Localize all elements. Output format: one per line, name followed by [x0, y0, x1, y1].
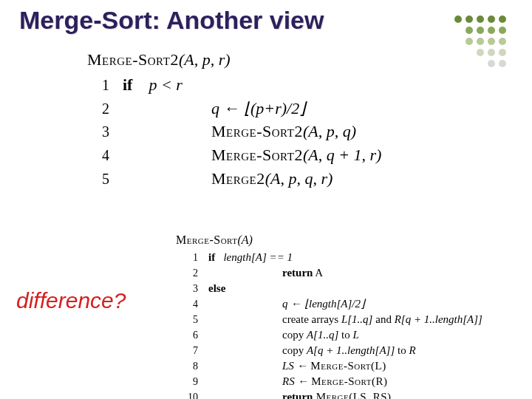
svg-point-6 [477, 27, 484, 34]
condition: p < r [149, 75, 182, 94]
assignment: q ← ⌊(p+r)/2⌋ [211, 99, 306, 117]
line-number: 4 [176, 297, 208, 312]
call-func: Merge-Sort2 [211, 146, 303, 164]
line-number: 2 [176, 266, 208, 281]
svg-point-7 [488, 27, 495, 34]
copy-src: A[1..q] [307, 329, 341, 341]
corner-dots-decoration [406, 12, 517, 86]
assign-left: q ← ⌊ [282, 298, 309, 310]
svg-point-5 [466, 27, 473, 34]
line-number: 2 [87, 99, 123, 119]
text-and: and [375, 313, 394, 325]
line-number: 8 [176, 359, 208, 374]
call-func: Merge-Sort(R) [311, 375, 387, 387]
line-number: 1 [87, 75, 123, 95]
algorithm-block-top: Merge-Sort2(A, p, r) 1 if p < r 2 q ← ⌊(… [87, 50, 381, 191]
array-R-post: [A]] [463, 313, 482, 325]
algo-top-header: Merge-Sort2(A, p, r) [87, 50, 381, 69]
algo-top-line-3: 3 Merge-Sort2(A, p, q) [87, 120, 381, 143]
copy-dst: R [409, 344, 415, 356]
svg-point-0 [454, 16, 462, 23]
line-number: 10 [176, 390, 208, 399]
algo-bottom-line-5: 5 create arrays L[1..q] and R[q + 1..len… [176, 312, 482, 327]
svg-point-14 [488, 49, 495, 56]
algo-bottom-line-3: 3 else [176, 281, 482, 296]
algo-bottom-header: Merge-Sort(A) [176, 233, 482, 247]
assign-right: [A]/2⌋ [337, 298, 366, 310]
call-func: Merge-Sort(L) [310, 360, 386, 372]
cond-rest: [A] == 1 [251, 251, 293, 263]
array-L: L[1..q] [341, 313, 375, 325]
line-number: 7 [176, 344, 208, 358]
func-args: (A) [238, 233, 253, 246]
difference-label: difference? [16, 288, 126, 313]
call-func: Merge-Sort2 [211, 122, 303, 140]
svg-point-3 [488, 16, 495, 23]
slide-title: Merge-Sort: Another view [19, 6, 324, 35]
line-number: 5 [176, 313, 208, 327]
call-args: (A, q + 1, r) [303, 146, 382, 164]
svg-point-1 [466, 16, 473, 23]
cond-length: length [223, 251, 251, 263]
func-name: Merge-Sort [176, 233, 238, 246]
text-copy: copy [282, 344, 307, 356]
text-copy: copy [282, 329, 307, 341]
svg-point-8 [499, 27, 506, 34]
algo-bottom-line-4: 4 q ← ⌊length[A]/2⌋ [176, 296, 482, 312]
return-val: A [313, 267, 323, 279]
copy-dst: L [352, 329, 358, 341]
func-name: Merge-Sort2 [87, 50, 179, 69]
algo-bottom-line-6: 6 copy A[1..q] to L [176, 327, 482, 343]
svg-point-10 [477, 38, 484, 45]
algo-bottom-line-10: 10 return Merge(LS, RS) [176, 389, 482, 399]
keyword-return: return [282, 391, 313, 399]
call-func: Merge(LS, RS) [313, 391, 391, 399]
copy-src-len: length [347, 344, 375, 356]
algo-top-line-2: 2 q ← ⌊(p+r)/2⌋ [87, 98, 381, 120]
copy-src-left: A[q + 1.. [307, 344, 347, 356]
copy-src-right: [A]] [375, 344, 398, 356]
line-number: 9 [176, 375, 208, 389]
keyword-if: if [208, 251, 215, 263]
svg-point-12 [499, 38, 506, 45]
call-args: (A, p, q) [303, 122, 356, 140]
svg-point-16 [488, 60, 495, 67]
array-R-len: length [435, 313, 463, 325]
algo-bottom-line-2: 2 return A [176, 265, 482, 281]
assign-lhs: LS ← [282, 360, 310, 372]
svg-point-17 [499, 60, 506, 67]
text-to: to [398, 344, 409, 356]
svg-point-11 [488, 38, 495, 45]
call-func: Merge2 [211, 169, 265, 188]
algo-top-line-4: 4 Merge-Sort2(A, q + 1, r) [87, 144, 381, 166]
svg-point-9 [466, 38, 473, 45]
line-number: 6 [176, 328, 208, 343]
algo-top-line-5: 5 Merge2(A, p, q, r) [87, 168, 381, 190]
svg-point-4 [499, 16, 506, 23]
keyword-if: if [123, 75, 132, 94]
algo-top-line-1: 1 if p < r [87, 74, 381, 96]
array-R-pre: R[q + 1.. [395, 313, 435, 325]
line-number: 4 [87, 146, 123, 166]
keyword-return: return [282, 267, 313, 279]
algo-bottom-line-9: 9 RS ← Merge-Sort(R) [176, 374, 482, 389]
algorithm-block-bottom: Merge-Sort(A) 1 if length[A] == 1 2 retu… [176, 233, 482, 399]
line-number: 5 [87, 169, 123, 189]
line-number: 1 [176, 250, 208, 265]
text-create: create arrays [282, 313, 341, 325]
algo-bottom-line-1: 1 if length[A] == 1 [176, 250, 482, 265]
func-args: (A, p, r) [179, 50, 231, 69]
svg-point-13 [477, 49, 484, 56]
call-args: (A, p, q, r) [265, 169, 333, 188]
assign-lhs: RS ← [282, 375, 311, 387]
algo-bottom-line-7: 7 copy A[q + 1..length[A]] to R [176, 343, 482, 358]
svg-point-2 [477, 16, 484, 23]
algo-bottom-line-8: 8 LS ← Merge-Sort(L) [176, 358, 482, 374]
line-number: 3 [87, 122, 123, 142]
assign-mid: length [309, 298, 337, 310]
text-to: to [341, 329, 352, 341]
line-number: 3 [176, 282, 208, 296]
svg-point-15 [499, 49, 506, 56]
keyword-else: else [208, 282, 225, 294]
